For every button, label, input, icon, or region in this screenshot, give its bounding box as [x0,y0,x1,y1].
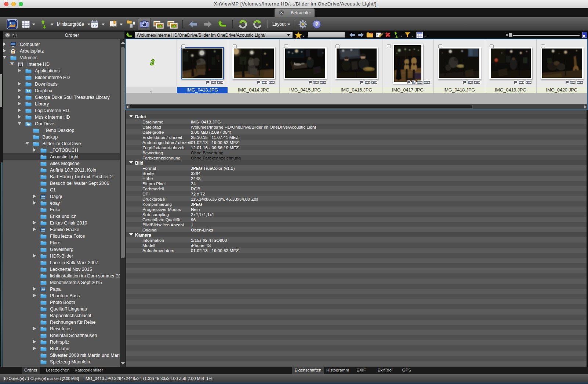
svg-text:1-5: 1-5 [92,24,97,27]
svg-text:1: 1 [377,34,378,36]
svg-text:?: ? [315,21,319,27]
